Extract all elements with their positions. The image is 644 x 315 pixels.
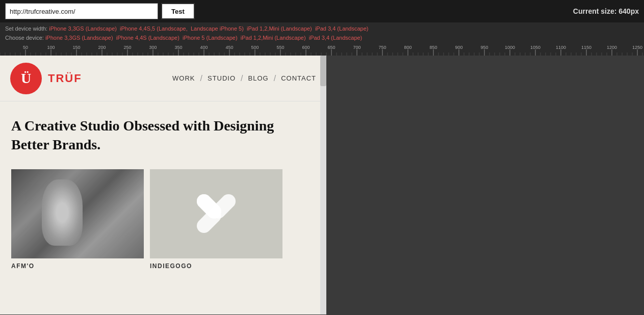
svg-text:50: 50 bbox=[23, 45, 28, 50]
set-iphone-33gs[interactable]: iPhone 3,3GS (Landscape) bbox=[49, 25, 117, 32]
website-preview: Ü TRÜF WORK / STUDIO / BLOG / CONTACT A … bbox=[0, 56, 326, 314]
scrollbar-thumb[interactable] bbox=[320, 56, 326, 86]
portfolio-image-indiegogo bbox=[150, 169, 282, 258]
indiegogo-label: INDIEGOGO bbox=[150, 262, 282, 270]
afmo-label: AFM'O bbox=[11, 262, 144, 270]
svg-text:800: 800 bbox=[404, 45, 411, 50]
set-ipad34-landscape[interactable]: Landscape) bbox=[339, 25, 369, 32]
set-ipad34[interactable]: iPad 3,4 ( bbox=[315, 25, 339, 32]
hero-headline: A Creative Studio Obsessed with Designin… bbox=[11, 117, 307, 154]
site-content: A Creative Studio Obsessed with Designin… bbox=[0, 101, 326, 280]
svg-text:150: 150 bbox=[72, 45, 80, 50]
nav-studio[interactable]: STUDIO bbox=[208, 74, 236, 82]
portfolio-item-afmo[interactable]: AFM'O bbox=[11, 169, 144, 270]
svg-text:1000: 1000 bbox=[505, 45, 515, 50]
choose-iphone-33gs[interactable]: iPhone 3,3GS (Landscape) bbox=[45, 35, 113, 41]
svg-text:950: 950 bbox=[480, 45, 488, 50]
nav-sep-1: / bbox=[200, 74, 202, 83]
svg-text:1150: 1150 bbox=[581, 45, 591, 50]
svg-text:600: 600 bbox=[302, 45, 310, 50]
photo-simulation bbox=[11, 169, 144, 258]
logo-circle[interactable]: Ü bbox=[10, 63, 42, 94]
bandaid-icon-svg bbox=[188, 186, 244, 242]
nav-sep-2: / bbox=[241, 74, 243, 83]
choose-ipad12mini-landscape[interactable]: Landscape) bbox=[276, 35, 306, 41]
toolbar: Test Current size: 640px bbox=[0, 0, 644, 22]
nav-menu: WORK / STUDIO / BLOG / CONTACT bbox=[172, 74, 316, 83]
svg-text:300: 300 bbox=[149, 45, 157, 50]
svg-text:700: 700 bbox=[353, 45, 360, 50]
logo-letter: Ü bbox=[21, 70, 31, 87]
url-input[interactable] bbox=[5, 3, 158, 19]
choose-ipad34-landscape[interactable]: Landscape) bbox=[333, 35, 363, 41]
main-area: Ü TRÜF WORK / STUDIO / BLOG / CONTACT A … bbox=[0, 56, 644, 314]
site-header: Ü TRÜF WORK / STUDIO / BLOG / CONTACT bbox=[0, 56, 326, 101]
svg-text:850: 850 bbox=[429, 45, 437, 50]
svg-rect-1 bbox=[0, 44, 644, 56]
svg-text:550: 550 bbox=[276, 45, 284, 50]
choose-iphone5[interactable]: iPhone 5 (Landscape) bbox=[183, 35, 238, 41]
choose-ipad12mini[interactable]: iPad 1,2,Mini ( bbox=[241, 35, 276, 41]
scrollbar-track[interactable] bbox=[320, 56, 326, 314]
svg-text:400: 400 bbox=[200, 45, 208, 50]
nav-work[interactable]: WORK bbox=[172, 74, 195, 82]
svg-text:900: 900 bbox=[455, 45, 462, 50]
svg-text:1200: 1200 bbox=[607, 45, 617, 50]
nav-sep-3: / bbox=[274, 74, 276, 83]
svg-text:450: 450 bbox=[225, 45, 233, 50]
svg-text:350: 350 bbox=[174, 45, 182, 50]
svg-text:1100: 1100 bbox=[556, 45, 566, 50]
choose-iphone-44s[interactable]: iPhone 4,4S (Landscape) bbox=[116, 35, 179, 41]
portfolio-grid: AFM'O bbox=[11, 169, 315, 270]
set-ipad-12mini[interactable]: iPad 1,2,Mini ( bbox=[247, 25, 282, 32]
indiegogo-image bbox=[150, 169, 282, 258]
choose-ipad34[interactable]: iPad 3,4 ( bbox=[309, 35, 333, 41]
device-bar: Set device width: iPhone 3,3GS (Landscap… bbox=[0, 22, 644, 44]
ruler: 5010015020025030035040045050055060065070… bbox=[0, 44, 644, 56]
current-size-display: Current size: 640px bbox=[573, 7, 639, 15]
set-iphone-445[interactable]: iPhone 4,4S,5 (Landscape, bbox=[120, 25, 188, 32]
portfolio-image-afmo bbox=[11, 169, 144, 258]
nav-contact[interactable]: CONTACT bbox=[281, 74, 316, 82]
svg-text:1250: 1250 bbox=[632, 45, 642, 50]
brand-name: TRÜF bbox=[48, 72, 82, 85]
set-ipad-landscape[interactable]: Landscape) bbox=[282, 25, 312, 32]
dark-panel bbox=[326, 56, 644, 314]
set-landscape-iphone5[interactable]: Landscape iPhone 5) bbox=[191, 25, 244, 32]
svg-text:500: 500 bbox=[251, 45, 259, 50]
svg-text:650: 650 bbox=[327, 45, 335, 50]
svg-text:200: 200 bbox=[98, 45, 106, 50]
svg-text:250: 250 bbox=[123, 45, 131, 50]
svg-text:1050: 1050 bbox=[530, 45, 540, 50]
choose-label: Choose device: bbox=[5, 35, 45, 41]
portfolio-item-indiegogo[interactable]: INDIEGOGO bbox=[150, 169, 282, 270]
svg-text:100: 100 bbox=[47, 45, 55, 50]
afmo-image bbox=[11, 169, 144, 258]
test-button[interactable]: Test bbox=[161, 3, 195, 19]
nav-blog[interactable]: BLOG bbox=[248, 74, 269, 82]
set-width-label: Set device width: bbox=[5, 25, 49, 32]
svg-text:750: 750 bbox=[378, 45, 386, 50]
